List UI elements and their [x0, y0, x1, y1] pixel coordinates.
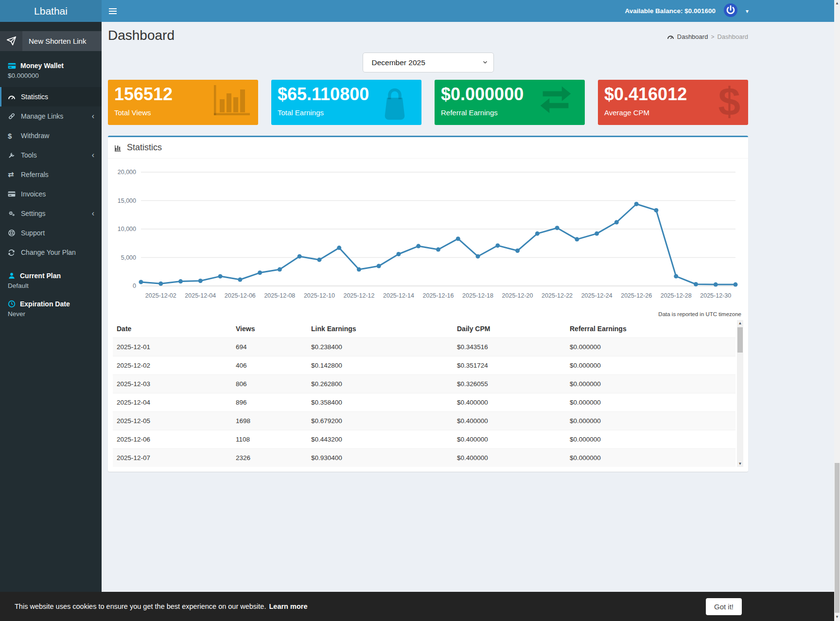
svg-text:2025-12-26: 2025-12-26 — [621, 292, 652, 299]
table-cell: 1108 — [232, 430, 307, 449]
table-cell: 1698 — [232, 412, 307, 430]
new-shorten-link-button[interactable]: New Shorten Link — [0, 31, 102, 51]
table-cell: 806 — [232, 375, 307, 393]
sidebar-item-statistics[interactable]: Statistics — [0, 87, 102, 106]
svg-text:0: 0 — [133, 283, 136, 289]
learn-more-link[interactable]: Learn more — [269, 603, 307, 610]
table-cell: 2025-12-02 — [113, 356, 232, 375]
svg-text:2025-12-24: 2025-12-24 — [581, 292, 612, 299]
exchange-arrows-icon — [534, 85, 577, 117]
table-cell: $0.443200 — [307, 430, 453, 449]
dollar-icon: $ — [8, 132, 21, 140]
table-row: 2025-12-072326$0.930400$0.400000$0.00000… — [113, 449, 735, 467]
table-cell: $0.000000 — [566, 356, 735, 375]
stat-cards: 156512Total Views$65.110800Total Earning… — [108, 80, 748, 125]
table-cell: $0.400000 — [453, 449, 566, 467]
dollar-sign-icon: $ — [718, 85, 740, 119]
svg-text:2025-12-08: 2025-12-08 — [264, 292, 295, 299]
refresh-icon — [8, 249, 21, 256]
table-cell: 2326 — [232, 449, 307, 467]
table-cell: $0.358400 — [307, 393, 453, 412]
table-cell: 2025-12-07 — [113, 449, 232, 467]
sidebar-item-label: Referrals — [21, 171, 49, 178]
scroll-up-icon[interactable]: ▲ — [834, 0, 840, 6]
column-header-views: Views — [232, 320, 307, 338]
sidebar-item-label: Statistics — [21, 93, 48, 101]
table-cell: $0.679200 — [307, 412, 453, 430]
svg-text:2025-12-22: 2025-12-22 — [542, 292, 573, 299]
views-line-chart: 05,00010,00015,00020,0002025-12-022025-1… — [108, 159, 748, 311]
stat-card-total-views: 156512Total Views — [108, 80, 258, 125]
breadcrumb-current: Dashboard — [717, 33, 748, 40]
breadcrumb-separator: > — [711, 34, 714, 40]
stat-card-referral-earnings: $0.000000Referral Earnings — [435, 80, 585, 125]
column-header-daily-cpm: Daily CPM — [453, 320, 566, 338]
scroll-down-icon[interactable]: ▼ — [834, 614, 840, 620]
page-scrollbar-thumb[interactable] — [835, 463, 840, 613]
brand-logo[interactable]: Lbathai — [0, 0, 102, 22]
table-cell: $0.351724 — [453, 356, 566, 375]
caret-down-icon[interactable]: ▾ — [746, 8, 749, 15]
table-cell: $0.000000 — [566, 375, 735, 393]
wallet-value: $0.000000 — [8, 72, 94, 79]
user-icon — [8, 272, 16, 280]
tachometer-icon — [8, 93, 21, 100]
table-cell: $0.000000 — [566, 393, 735, 412]
chevron-left-icon: ‹ — [92, 112, 94, 121]
sidebar-item-tools[interactable]: Tools‹ — [0, 145, 102, 165]
sidebar-item-label: Change Your Plan — [21, 248, 76, 256]
month-select[interactable]: December 2025 — [363, 53, 494, 72]
life-ring-icon — [8, 229, 21, 237]
table-cell: $0.400000 — [453, 393, 566, 412]
table-cell: $0.000000 — [566, 338, 735, 356]
table-scrollbar[interactable]: ▲ ▼ — [737, 320, 743, 467]
hamburger-icon[interactable] — [102, 0, 124, 22]
available-balance: Available Balance: $0.001600 — [625, 7, 716, 15]
exchange-icon: ⇄ — [8, 170, 21, 179]
sidebar-item-withdraw[interactable]: $Withdraw — [0, 126, 102, 145]
cookie-banner: This website uses cookies to ensure you … — [0, 592, 834, 621]
column-header-date: Date — [113, 320, 232, 338]
table-cell: $0.326055 — [453, 375, 566, 393]
svg-text:2025-12-14: 2025-12-14 — [383, 292, 414, 299]
table-cell: $0.930400 — [307, 449, 453, 467]
table-cell: $0.000000 — [566, 449, 735, 467]
page-scrollbar[interactable]: ▲ ▼ — [834, 0, 840, 621]
chevron-down-icon — [482, 59, 489, 68]
tachometer-icon — [667, 34, 674, 40]
table-cell: 694 — [232, 338, 307, 356]
shopping-bag-icon — [376, 85, 414, 124]
expiration-date-label: Expiration Date — [20, 300, 70, 308]
table-cell: $0.400000 — [453, 412, 566, 430]
power-icon[interactable] — [723, 3, 738, 19]
table-cell: 2025-12-05 — [113, 412, 232, 430]
scroll-up-icon[interactable]: ▲ — [737, 320, 743, 326]
sidebar-menu: StatisticsManage Links‹$WithdrawTools‹⇄R… — [0, 87, 102, 262]
sidebar-item-label: Tools — [21, 151, 37, 159]
got-it-button[interactable]: Got it! — [706, 598, 742, 615]
sidebar-item-settings[interactable]: Settings‹ — [0, 204, 102, 223]
column-header-referral-earnings: Referral Earnings — [566, 320, 735, 338]
wrench-icon — [8, 152, 21, 159]
table-cell: 896 — [232, 393, 307, 412]
table-scrollbar-thumb[interactable] — [737, 327, 743, 353]
sidebar-item-invoices[interactable]: Invoices — [0, 184, 102, 204]
svg-text:2025-12-20: 2025-12-20 — [502, 292, 533, 299]
sidebar-item-support[interactable]: Support — [0, 223, 102, 243]
sidebar-item-manage-links[interactable]: Manage Links‹ — [0, 106, 102, 126]
credit-card-icon — [8, 191, 21, 197]
sidebar-item-change-your-plan[interactable]: Change Your Plan — [0, 243, 102, 262]
scroll-down-icon[interactable]: ▼ — [737, 461, 743, 467]
svg-text:2025-12-18: 2025-12-18 — [462, 292, 493, 299]
breadcrumb-item[interactable]: Dashboard — [677, 33, 708, 40]
sidebar-item-referrals[interactable]: ⇄Referrals — [0, 165, 102, 184]
wallet-label: Money Wallet — [20, 62, 64, 70]
sidebar: New Shorten Link Money Wallet $0.000000 … — [0, 22, 102, 621]
money-wallet[interactable]: Money Wallet $0.000000 — [0, 51, 102, 81]
stat-card-total-earnings: $65.110800Total Earnings — [271, 80, 421, 125]
table-cell: $0.262800 — [307, 375, 453, 393]
statistics-title: Statistics — [127, 142, 162, 153]
sidebar-item-label: Settings — [21, 210, 46, 217]
svg-text:20,000: 20,000 — [118, 169, 136, 176]
sidebar-item-label: Manage Links — [21, 112, 63, 120]
